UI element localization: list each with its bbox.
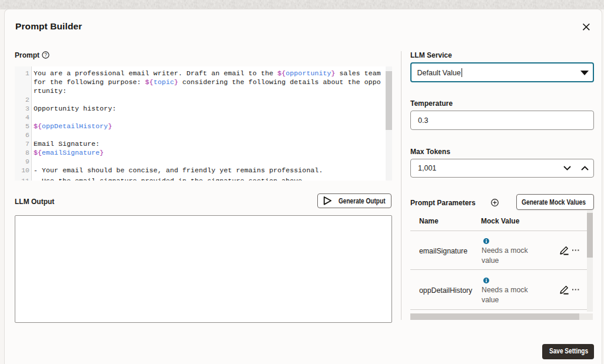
svg-text:?: ? [44,52,47,58]
